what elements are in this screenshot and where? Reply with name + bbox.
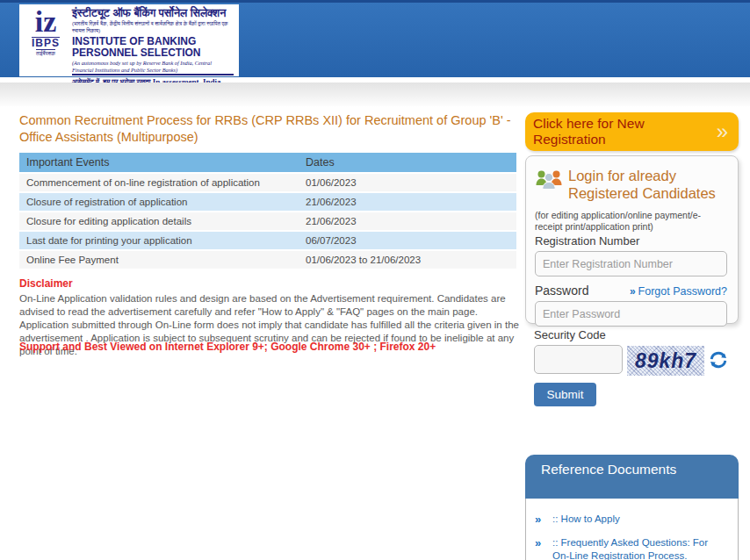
event-cell: Online Fee Payment <box>19 251 299 269</box>
table-row: Closure of registration of application 2… <box>19 193 516 211</box>
faq-link[interactable]: » :: Frequently Asked Questions: For On-… <box>535 536 727 560</box>
login-title: Login for already Registered Candidates <box>563 167 718 202</box>
table-row: Online Fee Payment 01/06/2023 to 21/06/2… <box>19 251 516 269</box>
new-registration-button[interactable]: Click here for New Registration » <box>525 112 739 151</box>
refresh-captcha-icon[interactable] <box>709 350 728 370</box>
login-panel: Login for already Registered Candidates … <box>525 155 739 324</box>
table-row: Closure for editing application details … <box>19 212 516 230</box>
table-row: Commencement of on-line registration of … <box>19 174 516 191</box>
header-text-block: इंस्टीट्यूट ऑफ बैंकिंग पर्सोनेल सिलेक्शन… <box>69 7 234 75</box>
header-hindi-subtitle: (भारतीय रिज़र्व बैंक, केंद्रीय वित्तीय स… <box>72 20 234 34</box>
page-title: Common Recruitment Process for RRBs (CRP… <box>19 112 522 146</box>
ibps-logo-hindi: ताईबैंपसक <box>36 49 55 57</box>
disclaimer-title: Disclaimer <box>19 277 520 290</box>
table-header-row: Important Events Dates <box>19 153 516 172</box>
reference-documents-body: » :: How to Apply » :: Frequently Asked … <box>525 499 739 560</box>
ibps-registration-page: iz IBPS ताईबैंपसक इंस्टीट्यूट ऑफ बैंकिंग… <box>0 0 750 560</box>
double-chevron-icon: » <box>717 121 739 142</box>
reference-documents-header: Reference Documents <box>525 455 739 499</box>
chevron-right-icon: » <box>630 285 636 298</box>
forgot-password-label: Forgot Password? <box>638 285 727 298</box>
header-divider-band <box>0 83 750 106</box>
date-cell: 06/07/2023 <box>299 232 516 249</box>
registration-number-input[interactable] <box>535 251 727 276</box>
header-english-title: INSTITUTE OF BANKING PERSONNEL SELECTION <box>72 36 234 59</box>
forgot-password-link[interactable]: »Forgot Password? <box>630 285 727 298</box>
ibps-logo-monogram: iz <box>35 7 57 37</box>
date-cell: 01/06/2023 to 21/06/2023 <box>299 251 516 269</box>
header-hindi-title: इंस्टीट्यूट ऑफ बैंकिंग पर्सोनेल सिलेक्शन <box>72 7 234 19</box>
double-chevron-icon: » <box>535 513 552 526</box>
important-events-table: Important Events Dates Commencement of o… <box>19 151 516 270</box>
date-cell: 21/06/2023 <box>299 212 516 230</box>
ibps-logo-acronym: IBPS <box>32 37 60 49</box>
event-cell: Last date for printing your application <box>19 232 299 249</box>
date-cell: 21/06/2023 <box>299 193 516 211</box>
event-cell: Closure for editing application details <box>19 212 299 230</box>
event-cell: Commencement of on-line registration of … <box>19 174 299 191</box>
security-code-input[interactable] <box>534 345 623 374</box>
column-header-events: Important Events <box>19 153 299 172</box>
date-cell: 01/06/2023 <box>299 174 516 191</box>
captcha-text: 89kh7 <box>635 349 696 373</box>
event-cell: Closure of registration of application <box>19 193 299 211</box>
ibps-logo: iz IBPS ताईबैंपसक <box>23 7 69 75</box>
security-code-label: Security Code <box>534 328 606 341</box>
password-input[interactable] <box>535 301 727 327</box>
table-row: Last date for printing your application … <box>19 232 516 249</box>
link-label: :: How to Apply <box>552 513 727 526</box>
captcha-image: 89kh7 <box>627 346 704 376</box>
link-label: :: Frequently Asked Questions: For On-Li… <box>552 536 727 560</box>
login-panel-header: Login for already Registered Candidates <box>535 167 727 202</box>
registration-number-label: Registration Number <box>535 234 727 248</box>
users-group-icon <box>535 169 563 191</box>
new-registration-label: Click here for New Registration <box>525 116 717 147</box>
double-chevron-icon: » <box>535 536 552 560</box>
password-label: Password <box>535 284 588 298</box>
login-subtitle: (for editing application/online payment/… <box>535 210 727 233</box>
how-to-apply-link[interactable]: » :: How to Apply <box>535 513 727 526</box>
header-english-subtitle: (An autonomous body set up by Reserve Ba… <box>72 60 234 74</box>
ibps-header-logo-box: iz IBPS ताईबैंपसक इंस्टीट्यूट ऑफ बैंकिंग… <box>19 4 239 76</box>
browser-support-note: Support and Best Viewed on Internet Expl… <box>19 341 520 353</box>
column-header-dates: Dates <box>299 153 516 172</box>
submit-button[interactable]: Submit <box>534 383 596 406</box>
password-row: Password »Forgot Password? <box>535 284 727 298</box>
